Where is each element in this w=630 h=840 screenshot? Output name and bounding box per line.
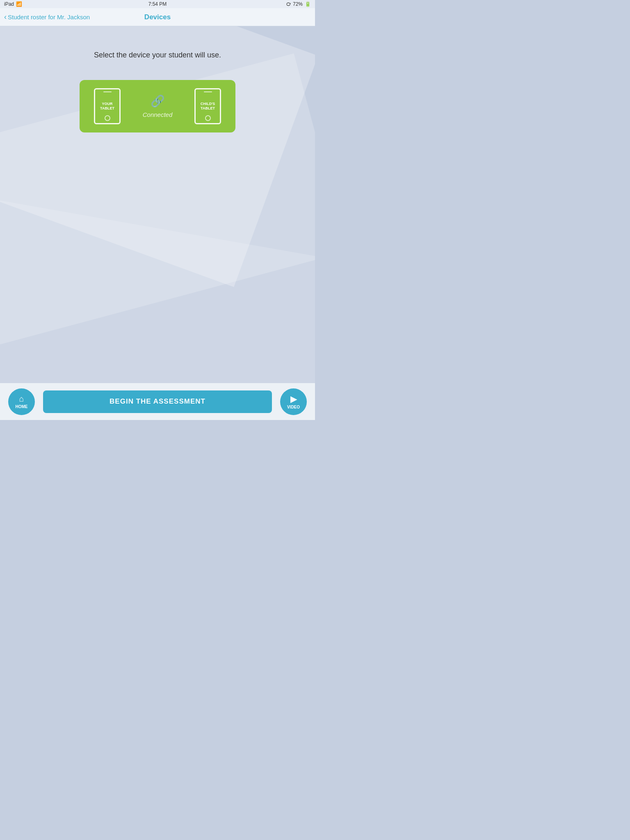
bottom-bar: ⌂ HOME BEGIN THE ASSESSMENT ▶ VIDEO	[0, 383, 315, 420]
home-label: HOME	[16, 404, 28, 409]
page-title: Devices	[144, 13, 171, 21]
childs-tablet-device: CHILD'S TABLET	[194, 88, 221, 124]
childs-tablet-label: CHILD'S TABLET	[196, 100, 220, 113]
bluetooth-icon: ℺	[286, 1, 291, 7]
status-bar: iPad 📶 7:54 PM ℺ 72% 🔋	[0, 0, 315, 8]
status-time: 7:54 PM	[148, 1, 167, 7]
your-tablet-icon: YOUR TABLET	[92, 88, 123, 124]
ipad-label: iPad	[4, 1, 14, 7]
begin-assessment-button[interactable]: BEGIN THE ASSESSMENT	[43, 390, 272, 413]
back-button[interactable]: ‹ Student roster for Mr. Jackson	[4, 13, 90, 21]
connected-text: Connected	[143, 111, 173, 118]
childs-tablet-icon: CHILD'S TABLET	[192, 88, 223, 124]
nav-bar: ‹ Student roster for Mr. Jackson Devices	[0, 8, 315, 26]
your-tablet-label: YOUR TABLET	[95, 100, 119, 113]
video-button[interactable]: ▶ VIDEO	[280, 388, 307, 415]
main-content: Select the device your student will use.…	[0, 26, 315, 420]
battery-percent: 72%	[293, 1, 303, 7]
status-left: iPad 📶	[4, 1, 22, 7]
home-icon: ⌂	[19, 394, 24, 404]
battery-icon: 🔋	[305, 1, 311, 7]
instruction-text: Select the device your student will use.	[94, 51, 221, 59]
back-label: Student roster for Mr. Jackson	[8, 14, 90, 21]
home-button[interactable]: ⌂ HOME	[8, 388, 35, 415]
your-tablet-device: YOUR TABLET	[94, 88, 121, 124]
connection-card[interactable]: YOUR TABLET 🔗 Connected CHILD'S TABLET	[80, 80, 235, 132]
play-icon: ▶	[290, 394, 297, 404]
chevron-left-icon: ‹	[4, 13, 7, 21]
link-icon: 🔗	[151, 94, 165, 108]
connected-section: 🔗 Connected	[143, 94, 173, 118]
status-right: ℺ 72% 🔋	[286, 1, 311, 7]
wifi-icon: 📶	[16, 1, 22, 7]
video-label: VIDEO	[287, 405, 300, 409]
